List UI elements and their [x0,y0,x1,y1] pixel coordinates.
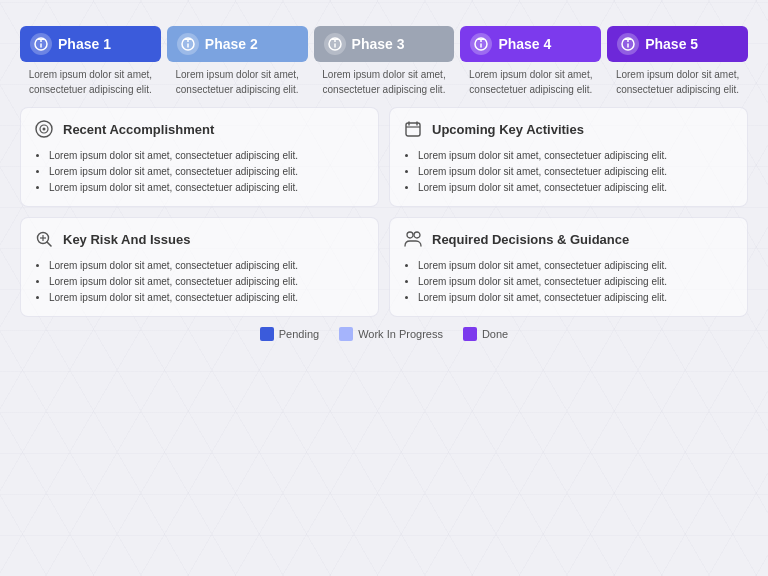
bullet-list-accomplishment: Lorem ipsum dolor sit amet, consectetuer… [33,148,366,196]
phase-icon-3 [324,33,346,55]
phase-col-2: Phase 2 Lorem ipsum dolor sit amet, cons… [167,26,308,97]
phase-badge-5[interactable]: Phase 5 [607,26,748,62]
legend-label: Pending [279,328,319,340]
phase-label-4: Phase 4 [498,36,551,52]
phase-label-2: Phase 2 [205,36,258,52]
bullet-item: Lorem ipsum dolor sit amet, consectetuer… [49,164,366,180]
svg-point-5 [187,40,189,42]
phase-col-5: Phase 5 Lorem ipsum dolor sit amet, cons… [607,26,748,97]
section-card-activities: Upcoming Key Activities Lorem ipsum dolo… [389,107,748,207]
section-header-risks: Key Risk And Issues [33,228,366,250]
bullet-item: Lorem ipsum dolor sit amet, consectetuer… [418,180,735,196]
section-title-decisions: Required Decisions & Guidance [432,232,629,247]
section-header-accomplishment: Recent Accomplishment [33,118,366,140]
svg-point-13 [480,40,482,42]
section-icon-accomplishment [33,118,55,140]
bullet-item: Lorem ipsum dolor sit amet, consectetuer… [49,180,366,196]
section-card-risks: Key Risk And Issues Lorem ipsum dolor si… [20,217,379,317]
legend-item-pending: Pending [260,327,319,341]
section-title-risks: Key Risk And Issues [63,232,190,247]
bullet-item: Lorem ipsum dolor sit amet, consectetuer… [418,290,735,306]
phase-label-1: Phase 1 [58,36,111,52]
phases-row: Phase 1 Lorem ipsum dolor sit amet, cons… [20,26,748,97]
bullet-item: Lorem ipsum dolor sit amet, consectetuer… [418,148,735,164]
legend-item-work-in-progress: Work In Progress [339,327,443,341]
phase-body-2: Lorem ipsum dolor sit amet, consectetuer… [167,68,308,97]
legend-box-purple [463,327,477,341]
svg-point-1 [40,40,42,42]
bullet-list-decisions: Lorem ipsum dolor sit amet, consectetuer… [402,258,735,306]
bottom-grid: Recent Accomplishment Lorem ipsum dolor … [20,107,748,317]
legend-label: Done [482,328,508,340]
svg-point-32 [414,232,420,238]
phase-body-4: Lorem ipsum dolor sit amet, consectetuer… [460,68,601,97]
bullet-item: Lorem ipsum dolor sit amet, consectetuer… [49,290,366,306]
bullet-list-risks: Lorem ipsum dolor sit amet, consectetuer… [33,258,366,306]
phase-body-3: Lorem ipsum dolor sit amet, consectetuer… [314,68,455,97]
bullet-item: Lorem ipsum dolor sit amet, consectetuer… [418,164,735,180]
phase-col-4: Phase 4 Lorem ipsum dolor sit amet, cons… [460,26,601,97]
svg-point-9 [334,40,336,42]
phase-badge-3[interactable]: Phase 3 [314,26,455,62]
phase-icon-5 [617,33,639,55]
bullet-item: Lorem ipsum dolor sit amet, consectetuer… [418,274,735,290]
section-icon-risks [33,228,55,250]
svg-point-17 [627,40,629,42]
phase-body-5: Lorem ipsum dolor sit amet, consectetuer… [607,68,748,97]
legend: Pending Work In Progress Done [20,327,748,341]
svg-point-31 [407,232,413,238]
bullet-item: Lorem ipsum dolor sit amet, consectetuer… [49,148,366,164]
bullet-item: Lorem ipsum dolor sit amet, consectetuer… [49,274,366,290]
legend-item-done: Done [463,327,508,341]
phase-badge-1[interactable]: Phase 1 [20,26,161,62]
section-header-decisions: Required Decisions & Guidance [402,228,735,250]
section-title-activities: Upcoming Key Activities [432,122,584,137]
svg-point-22 [43,128,46,131]
phase-icon-4 [470,33,492,55]
bullet-item: Lorem ipsum dolor sit amet, consectetuer… [49,258,366,274]
phase-body-1: Lorem ipsum dolor sit amet, consectetuer… [20,68,161,97]
legend-label: Work In Progress [358,328,443,340]
section-card-accomplishment: Recent Accomplishment Lorem ipsum dolor … [20,107,379,207]
section-icon-decisions [402,228,424,250]
bullet-item: Lorem ipsum dolor sit amet, consectetuer… [418,258,735,274]
bullet-list-activities: Lorem ipsum dolor sit amet, consectetuer… [402,148,735,196]
phase-icon-1 [30,33,52,55]
section-title-accomplishment: Recent Accomplishment [63,122,214,137]
phase-label-5: Phase 5 [645,36,698,52]
phase-badge-4[interactable]: Phase 4 [460,26,601,62]
phase-col-1: Phase 1 Lorem ipsum dolor sit amet, cons… [20,26,161,97]
main-container: Phase 1 Lorem ipsum dolor sit amet, cons… [0,0,768,355]
legend-box-blue [260,327,274,341]
phase-icon-2 [177,33,199,55]
phase-label-3: Phase 3 [352,36,405,52]
section-card-decisions: Required Decisions & Guidance Lorem ipsu… [389,217,748,317]
legend-box-light-blue [339,327,353,341]
section-icon-activities [402,118,424,140]
phase-badge-2[interactable]: Phase 2 [167,26,308,62]
section-header-activities: Upcoming Key Activities [402,118,735,140]
phase-col-3: Phase 3 Lorem ipsum dolor sit amet, cons… [314,26,455,97]
svg-rect-23 [406,123,420,136]
svg-line-28 [47,242,51,246]
